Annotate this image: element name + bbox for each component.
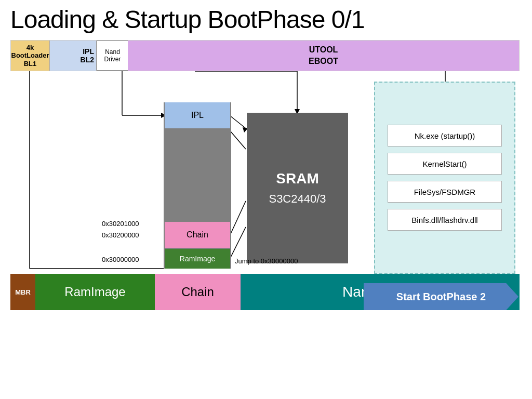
address-30200000: 0x30200000 bbox=[102, 231, 139, 239]
jump-label: Jump to 0x30000000 bbox=[235, 257, 298, 265]
bar-nand-driver: Nand Driver bbox=[97, 41, 128, 71]
sram-box: SRAM S3C2440/3 bbox=[247, 113, 348, 263]
start-bootphase2-arrow: Start BootPhase 2 bbox=[364, 283, 518, 310]
page-title: Loading & Startup BootPhase 0/1 bbox=[10, 5, 522, 34]
right-box-item-kernelstart: KernelStart() bbox=[388, 153, 502, 175]
page: Loading & Startup BootPhase 0/1 4k BootL… bbox=[0, 0, 532, 399]
address-30201000: 0x30201000 bbox=[102, 220, 139, 228]
diagram: RAM IPL Chain RamImage SRAM S3C2440/3 0x… bbox=[10, 71, 520, 310]
svg-line-8 bbox=[230, 201, 246, 235]
right-box-item-binfs: Binfs.dll/flashdrv.dll bbox=[388, 209, 502, 231]
svg-line-7 bbox=[230, 131, 246, 149]
chain-inner-box: Chain bbox=[165, 222, 230, 248]
right-box-item-filesys: FileSys/FSDMGR bbox=[388, 181, 502, 203]
ramimage-inner-box: RamImage bbox=[165, 249, 230, 269]
bottom-ramimage: RamImage bbox=[35, 274, 155, 310]
svg-line-5 bbox=[230, 116, 246, 128]
right-function-box: Nk.exe (startup()) KernelStart() FileSys… bbox=[374, 82, 515, 274]
bar-4k-bootloader: 4k BootLoader BL1 bbox=[11, 41, 50, 71]
address-30000000: 0x30000000 bbox=[102, 256, 139, 263]
ipl-inner-box: IPL bbox=[165, 102, 230, 128]
bar-utool-eboot: UTOOL EBOOT bbox=[128, 41, 519, 71]
svg-line-9 bbox=[230, 227, 246, 258]
bottom-chain: Chain bbox=[155, 274, 241, 310]
bar-ipl-bl2: IPL BL2 bbox=[50, 41, 97, 71]
top-bar: 4k BootLoader BL1 IPL BL2 Nand Driver UT… bbox=[10, 40, 520, 71]
right-box-item-nkexe: Nk.exe (startup()) bbox=[388, 125, 502, 147]
bottom-mbr: MBR bbox=[10, 274, 35, 310]
